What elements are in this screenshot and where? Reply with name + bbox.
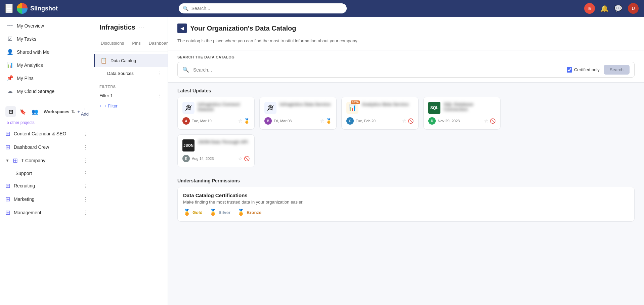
data-card-1[interactable]: 🕸 Infragistics Connect Dataset A Tue, Ma… — [177, 97, 255, 130]
card-bottom-4: D Nov 29, 2023 ☆ 🚫 — [428, 117, 496, 125]
ws-item-label-6: Management — [14, 210, 80, 215]
mid-item-catalog-label: Data Catalog — [111, 58, 136, 63]
card-cert-button-3[interactable]: 🚫 — [408, 118, 414, 124]
catalog-search-icon: 🔍 — [182, 67, 189, 73]
search-area: 🔍 — [179, 3, 347, 13]
workspace-add-button[interactable]: + + Add — [77, 106, 89, 117]
ws-stack-icon-4: ⊞ — [5, 182, 10, 189]
catalog-search-input[interactable] — [193, 67, 563, 73]
sidebar-item-tasks-label: My Tasks — [17, 36, 36, 42]
notifications-badge[interactable]: 5 — [584, 3, 595, 14]
plus-icon: + — [99, 103, 102, 108]
card-actions-2: ☆ 🏅 — [320, 118, 332, 124]
ws-item-more-button-5[interactable]: ⋮ — [83, 196, 88, 203]
ws-item-more-button-6[interactable]: ⋮ — [83, 210, 88, 216]
tab-pins[interactable]: Pins — [128, 35, 144, 51]
card-avatar-1: A — [182, 117, 190, 125]
workspace-tab-people[interactable]: 👥 — [30, 106, 40, 117]
sidebar-item-pins[interactable]: 📌 My Pins — [0, 72, 94, 85]
card-type-icon-1: 🕸 — [182, 102, 195, 114]
card-actions-1: ☆ 🏅 — [238, 118, 250, 124]
workspace-item-recruiting[interactable]: ⊞ Recruiting ⋮ — [0, 179, 94, 192]
card-star-button-1[interactable]: ☆ — [238, 118, 243, 124]
data-card-4[interactable]: SQL SQL Database Connection D Nov 29, 20… — [423, 97, 501, 130]
sidebar-item-tasks[interactable]: ☑ My Tasks — [0, 32, 94, 45]
sidebar-divider — [0, 102, 94, 102]
card-cert-button-5[interactable]: 🚫 — [244, 156, 250, 161]
add-filter-button[interactable]: + + Filter — [94, 101, 123, 111]
card-name-5: JSON Data Through API — [198, 139, 248, 144]
ws-item-label-4: Recruiting — [14, 183, 80, 188]
sidebar-item-overview-label: My Overview — [17, 23, 44, 29]
workspace-tab-workspaces[interactable]: ⊞ — [5, 106, 16, 117]
ws-stack-icon: ⊞ — [5, 130, 10, 137]
search-icon: 🔍 — [183, 6, 188, 11]
workspace-title-row: Infragistics ⋯ — [94, 17, 168, 35]
data-sources-more-button[interactable]: ⋮ — [158, 71, 162, 76]
filter-1-label: Filter 1 — [99, 93, 113, 98]
workspace-tab-bookmarks[interactable]: 🔖 — [17, 106, 28, 117]
card-bottom-3: C Tue, Feb 20 ☆ 🚫 — [346, 117, 414, 125]
filter-1-more-button[interactable]: ⋮ — [158, 93, 162, 98]
data-card-3[interactable]: 📊 BETA Analytics Beta Service C Tue, Feb… — [341, 97, 419, 130]
workspace-sub-item-support[interactable]: Support ⋮ — [0, 167, 94, 179]
cert-level-silver: 🏅 Silver — [209, 209, 230, 216]
card-cert-button-2[interactable]: 🏅 — [326, 118, 332, 124]
workspace-actions: ⇅ + + Add — [71, 106, 89, 117]
ws-stack-icon-5: ⊞ — [5, 195, 10, 203]
card-cert-button-4[interactable]: 🚫 — [490, 118, 496, 124]
catalog-back-icon[interactable]: ◀ — [177, 24, 187, 33]
data-card-5[interactable]: JSON JSON Data Through API E Aug 14, 202… — [177, 134, 255, 167]
card-name-4: SQL Database Connection — [444, 102, 496, 112]
workspace-item-dashboard-crew[interactable]: ⊞ Dashboard Crew ⋮ — [0, 140, 94, 154]
bell-icon[interactable]: 🔔 — [600, 4, 609, 12]
certified-checkbox[interactable] — [567, 67, 572, 73]
workspace-title-more-button[interactable]: ⋯ — [138, 24, 144, 31]
mid-item-data-sources[interactable]: Data Sources ⋮ — [94, 67, 168, 79]
user-avatar[interactable]: U — [628, 3, 639, 14]
sidebar-item-shared[interactable]: 👤 Shared with Me — [0, 45, 94, 58]
mid-item-data-catalog[interactable]: 📋 Data Catalog — [94, 54, 168, 67]
sidebar-item-overview[interactable]: 〰 My Overview — [0, 19, 94, 32]
app-logo: Slingshot — [17, 3, 58, 14]
sidebar-item-cloud[interactable]: ☁ My Cloud Storage — [0, 85, 94, 98]
workspace-sort-button[interactable]: ⇅ — [71, 109, 75, 114]
main-content: ◀ Your Organization's Data Catalog The c… — [168, 17, 644, 305]
left-sidebar: 〰 My Overview ☑ My Tasks 👤 Shared with M… — [0, 17, 94, 305]
catalog-search-button[interactable]: Search — [604, 65, 630, 75]
tab-discussions[interactable]: Discussions — [97, 35, 128, 51]
card-name-1: Infragistics Connect Dataset — [198, 102, 250, 112]
ws-item-more-button-3[interactable]: ⋮ — [83, 158, 88, 164]
hamburger-menu[interactable]: ☰ — [5, 4, 13, 13]
sidebar-item-analytics[interactable]: 📊 My Analytics — [0, 58, 94, 72]
card-cert-button-1[interactable]: 🏅 — [244, 118, 250, 124]
card-star-button-4[interactable]: ☆ — [484, 118, 488, 124]
chat-icon[interactable]: 💬 — [614, 4, 622, 12]
card-star-button-3[interactable]: ☆ — [402, 118, 406, 124]
ws-item-more-button-4[interactable]: ⋮ — [83, 183, 88, 189]
other-projects-link[interactable]: 5 other projects — [0, 120, 94, 127]
ws-item-more-button-2[interactable]: ⋮ — [83, 144, 88, 150]
workspace-item-marketing[interactable]: ⊞ Marketing ⋮ — [0, 192, 94, 206]
card-star-button-2[interactable]: ☆ — [320, 118, 325, 124]
card-type-icon-2: 🕸 — [264, 102, 276, 114]
certified-only-check[interactable]: Certified only — [567, 67, 600, 73]
ws-sub-item-more-button[interactable]: ⋮ — [83, 170, 88, 176]
data-cards-row: 🕸 Infragistics Connect Dataset A Tue, Ma… — [177, 97, 635, 130]
card-bottom-5: E Aug 14, 2023 ☆ 🚫 — [182, 155, 250, 162]
tab-dashboards[interactable]: Dashboards — [145, 35, 168, 51]
logo-icon — [17, 3, 28, 14]
filter-item-1[interactable]: Filter 1 ⋮ — [94, 90, 168, 101]
ws-item-more-button[interactable]: ⋮ — [83, 131, 88, 137]
global-search-input[interactable] — [179, 3, 347, 13]
sidebar-item-pins-label: My Pins — [17, 76, 34, 81]
cert-level-bronze: 🏅 Bronze — [237, 209, 261, 216]
workspace-item-management[interactable]: ⊞ Management ⋮ — [0, 206, 94, 219]
card-type-icon-3: 📊 BETA — [346, 102, 358, 114]
card-actions-3: ☆ 🚫 — [402, 118, 414, 124]
workspace-item-content-calendar[interactable]: ⊞ Content Calendar & SEO ⋮ — [0, 127, 94, 140]
data-card-2[interactable]: 🕸 Infragistics Data Service B Fri, Mar 0… — [259, 97, 337, 130]
card-date-5: Aug 14, 2023 — [192, 157, 236, 161]
card-star-button-5[interactable]: ☆ — [238, 156, 243, 161]
workspace-item-t-company[interactable]: ▼ ⊞ T Company ⋮ — [0, 154, 94, 167]
